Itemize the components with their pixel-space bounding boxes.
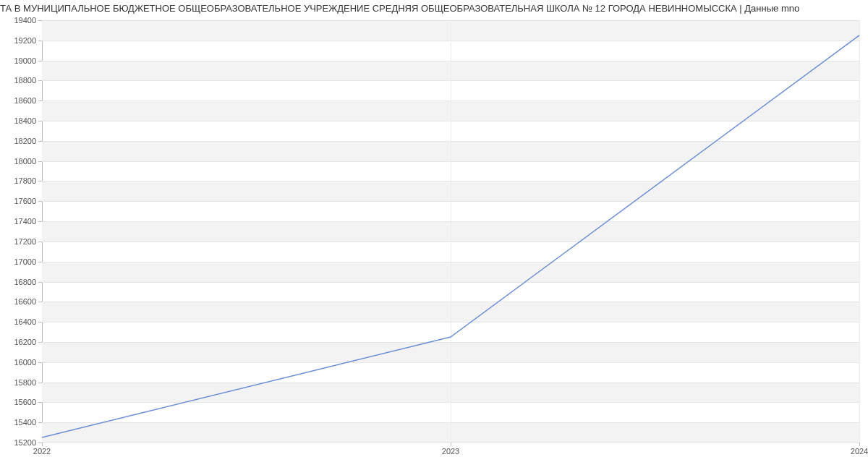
line-series [42, 20, 859, 443]
y-tick-label: 16800 [0, 278, 36, 286]
y-tick-label: 19400 [0, 16, 36, 25]
y-tick-mark [38, 161, 42, 162]
y-tick-label: 15400 [0, 418, 36, 427]
y-tick-mark [38, 61, 42, 61]
y-tick-label: 18600 [0, 96, 36, 105]
y-tick-label: 18800 [0, 76, 36, 85]
chart-title: ТА В МУНИЦИПАЛЬНОЕ БЮДЖЕТНОЕ ОБЩЕОБРАЗОВ… [0, 3, 868, 14]
y-tick-mark [38, 201, 42, 202]
x-tick-mark [859, 443, 860, 446]
y-tick-label: 19200 [0, 36, 36, 45]
y-tick-mark [38, 342, 42, 343]
y-tick-mark [38, 322, 42, 322]
y-tick-label: 17400 [0, 217, 36, 226]
x-tick-mark [42, 443, 43, 446]
series-path [42, 35, 859, 437]
x-tick-label: 2022 [33, 447, 51, 456]
x-tick-label: 2023 [442, 447, 459, 456]
y-tick-label: 18400 [0, 116, 36, 125]
y-tick-label: 15600 [0, 398, 36, 406]
y-tick-mark [38, 141, 42, 142]
y-tick-mark [38, 383, 42, 383]
y-tick-mark [38, 121, 42, 121]
y-tick-label: 15800 [0, 378, 36, 387]
y-tick-label: 16200 [0, 338, 36, 346]
y-tick-mark [38, 221, 42, 222]
y-tick-label: 16000 [0, 358, 36, 367]
y-tick-mark [38, 302, 42, 302]
chart-container: ТА В МУНИЦИПАЛЬНОЕ БЮДЖЕТНОЕ ОБЩЕОБРАЗОВ… [0, 0, 868, 470]
y-tick-label: 17200 [0, 237, 36, 246]
x-tick-label: 2024 [851, 447, 868, 456]
y-tick-label: 17800 [0, 176, 36, 185]
y-tick-mark [38, 181, 42, 181]
y-tick-mark [38, 80, 42, 81]
y-tick-mark [38, 422, 42, 423]
plot-area [42, 20, 859, 443]
y-tick-mark [38, 402, 42, 403]
y-tick-label: 18200 [0, 137, 36, 145]
x-grid-line [859, 20, 860, 443]
y-tick-mark [38, 262, 42, 262]
y-tick-mark [38, 20, 42, 21]
y-tick-mark [38, 101, 42, 101]
y-tick-mark [38, 242, 42, 242]
y-tick-label: 17000 [0, 257, 36, 266]
x-tick-mark [451, 443, 451, 446]
y-tick-label: 18000 [0, 157, 36, 166]
y-tick-mark [38, 40, 42, 41]
y-tick-label: 16600 [0, 297, 36, 306]
y-tick-label: 17600 [0, 197, 36, 205]
y-tick-mark [38, 282, 42, 283]
y-tick-label: 19000 [0, 56, 36, 65]
y-tick-label: 15200 [0, 438, 36, 447]
y-tick-mark [38, 362, 42, 363]
y-tick-label: 16400 [0, 317, 36, 326]
